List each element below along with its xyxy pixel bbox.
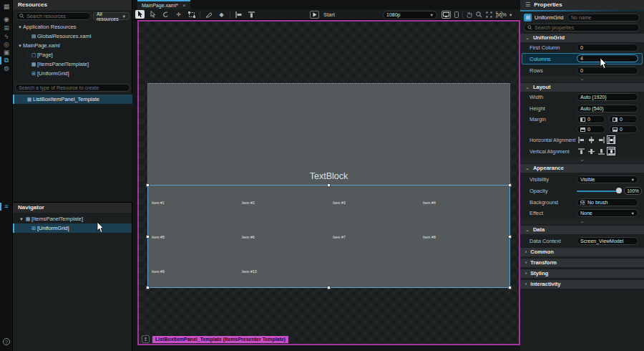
tree-item-application-resources[interactable]: ▼ Application Resources [13,22,132,32]
transform-tool[interactable] [187,10,196,19]
resize-handle-sw[interactable] [146,286,150,289]
rows-input[interactable]: 0 [577,67,638,74]
page-root-element[interactable]: TextBlock [147,83,510,185]
properties-search-input[interactable]: Search properties [524,24,640,32]
opacity-value-box[interactable]: 100% [624,187,642,195]
template-scope-label[interactable]: ListBoxItemPanel_Template (ItemsPresente… [152,336,288,343]
tree-item-uniformgrid[interactable]: ⁚ ⊞ [UniformGrid] [13,69,132,78]
design-canvas[interactable]: TextBlock Item #1 Item #2 Item #3 Item #… [137,20,520,345]
section-common[interactable]: ›Common [520,248,644,256]
actual-size-icon[interactable] [486,11,492,18]
align-left-tool[interactable] [234,10,243,19]
grid-item[interactable]: Item #1 [152,201,165,205]
navigator-item-itemspaneltemplate[interactable]: ▼ ▦ [ItemsPanelTemplate] [13,214,132,223]
columns-input[interactable]: 4 [577,54,638,62]
h-align-left-button[interactable] [577,135,585,144]
resource-result-selected[interactable]: ▦ ListBoxItemPanel_Template [13,95,132,104]
navigator-icon[interactable]: ≡ [0,202,13,211]
grid-item[interactable]: Item #6 [242,235,255,239]
selection-tool[interactable] [135,10,145,19]
resources-filter-dropdown[interactable]: All resources ▼ [93,12,130,20]
section-styling[interactable]: ›Styling [520,269,644,278]
v-align-bottom-button[interactable] [597,147,605,155]
resize-handle-w[interactable] [146,235,150,239]
tree-item-page[interactable]: ⁚ ▢ [Page] [13,50,132,59]
resize-handle-s[interactable] [327,286,331,289]
v-align-center-button[interactable] [587,147,595,155]
grid-item[interactable]: Item #2 [242,201,255,205]
navigator-item-uniformgrid[interactable]: ⊞ [UniformGrid] [13,223,132,233]
visibility-dropdown[interactable]: Visible ▼ [577,176,638,183]
grid-item[interactable]: Item #10 [242,269,257,274]
uniformgrid-element[interactable]: Item #1 Item #2 Item #3 Item #4 Item #5 … [147,185,510,288]
resize-handle-ne[interactable] [508,183,512,187]
tree-item-itemspaneltemplate[interactable]: ⁚ ▦ [ItemsPanelTemplate] [13,59,132,69]
help-icon[interactable]: ? [0,337,13,347]
section-expander[interactable]: ⌄ [520,218,644,224]
section-expander[interactable]: ⌄ [520,76,644,82]
margin-top-input[interactable]: 0 [577,125,605,133]
caret-down-icon[interactable]: ▼ [17,44,23,48]
grid-item[interactable]: Item #7 [333,235,346,239]
resize-handle-e[interactable] [508,235,512,239]
grid-item[interactable]: Item #9 [152,269,165,274]
section-layout[interactable]: ⌄Layout [520,83,644,92]
resize-handle-n[interactable] [327,183,331,187]
resize-handle-nw[interactable] [146,183,150,187]
h-align-stretch-button[interactable] [607,135,615,144]
grid-item[interactable]: Item #3 [333,201,346,205]
zoom-level-dropdown[interactable]: 56% ▼ [496,9,512,20]
v-align-top-button[interactable] [577,147,585,155]
eyedropper-tool[interactable] [204,10,213,19]
direct-selection-tool[interactable] [148,10,157,19]
resources-search-input[interactable]: Search resources [16,12,91,20]
start-control[interactable]: Start [310,9,335,20]
margin-right-input[interactable]: 0 [609,115,638,123]
resource-key-icon: ⁚ [24,71,30,76]
phone-icon[interactable] [454,11,459,18]
pan-hand-icon[interactable] [467,11,472,18]
height-input[interactable]: Auto (540) [577,105,638,112]
caret-down-icon[interactable]: ▼ [17,25,23,29]
margin-left-input[interactable]: 0 [577,115,605,123]
opacity-slider[interactable] [577,187,621,195]
zoom-icon[interactable] [476,11,482,18]
h-align-right-button[interactable] [597,135,605,144]
project-icon[interactable]: ▦ [0,2,13,11]
h-align-center-button[interactable] [587,135,595,144]
background-brush-input[interactable]: No brush [577,198,638,206]
resource-dictionary-icon[interactable]: ⚙ [0,64,13,74]
pen-tool[interactable] [161,10,170,19]
tab-mainpage[interactable]: MainPage.xaml* × [137,0,190,9]
move-tool[interactable]: ✛ [174,10,183,19]
v-align-stretch-button[interactable] [607,147,615,155]
grid-item[interactable]: Item #5 [152,235,165,239]
section-interactivity[interactable]: ›Interactivity [520,280,644,289]
first-column-input[interactable]: 0 [577,44,638,52]
caret-down-icon[interactable]: ▼ [19,217,24,221]
data-context-input[interactable]: Screen_ViewModel [577,237,638,245]
effect-dropdown[interactable]: None ▼ [577,209,638,217]
close-icon[interactable]: × [182,1,186,9]
width-input[interactable]: Auto (1920) [577,93,638,101]
section-appearance[interactable]: ⌄Appearance [520,164,644,173]
tree-item-mainpage[interactable]: ▼ MainPage.xaml [13,41,132,50]
align-top-tool[interactable] [247,10,256,19]
resolution-dropdown[interactable]: 1080p ▼ [383,9,437,20]
brush-tool[interactable]: ◆ [217,10,226,19]
textblock-element[interactable]: TextBlock [148,171,509,181]
tree-item-globalresources[interactable]: ⁚ ▤ GlobalResources.xaml [13,32,132,41]
element-name-input[interactable]: No name [567,14,640,21]
slider-knob[interactable] [616,188,622,193]
margin-bottom-input[interactable]: 0 [609,125,638,133]
section-data[interactable]: ⌄Data [520,226,644,234]
section-uniformgrid[interactable]: ⌄UniformGrid [520,34,644,42]
resize-handle-se[interactable] [508,286,512,289]
return-scope-icon[interactable]: ↥ [142,335,150,343]
section-expander[interactable]: ⌄ [520,157,644,163]
section-transform[interactable]: ›Transform [520,259,644,267]
desktop-preview-button[interactable] [441,11,451,19]
grid-item[interactable]: Item #8 [423,235,436,239]
grid-item[interactable]: Item #4 [423,201,436,205]
create-resource-input[interactable]: Search a type of Resource to create [15,84,130,92]
